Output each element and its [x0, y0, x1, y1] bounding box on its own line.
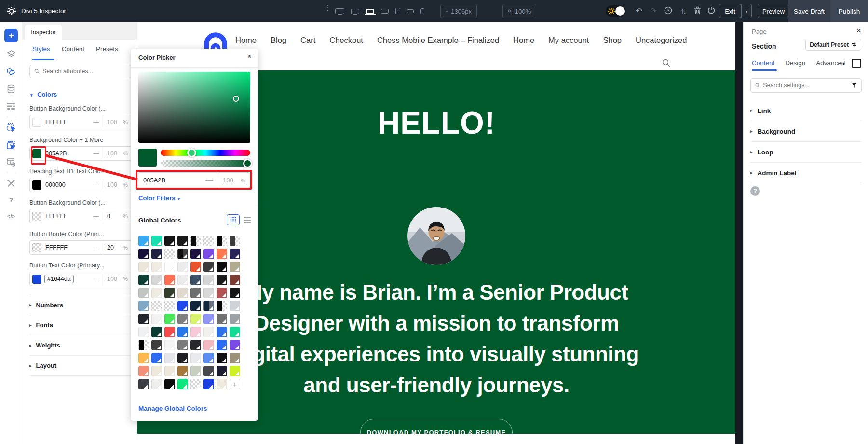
global-color-swatch[interactable]	[177, 379, 188, 389]
settings-help-icon[interactable]: ?	[750, 186, 760, 196]
laptop-device-icon[interactable]	[366, 9, 374, 14]
settings-section-admin-label[interactable]: ▸Admin Label	[750, 163, 862, 183]
accordion-numbers[interactable]: ▸Numbers	[29, 295, 132, 315]
global-color-swatch[interactable]	[177, 262, 188, 272]
color-hex-value[interactable]: FFFFFF	[45, 244, 68, 251]
accordion-layout[interactable]: ▸Layout	[29, 356, 132, 376]
nav-link[interactable]: Blog	[271, 36, 286, 45]
saturation-value-area[interactable]	[138, 72, 250, 143]
color-field-row[interactable]: 000000—100%	[29, 178, 132, 192]
color-swatch[interactable]	[32, 149, 41, 158]
global-color-swatch[interactable]	[190, 288, 201, 298]
global-color-swatch[interactable]	[177, 340, 188, 350]
global-color-swatch[interactable]	[164, 379, 175, 389]
global-color-swatch[interactable]	[203, 275, 214, 285]
expand-panel-icon[interactable]	[852, 59, 861, 68]
global-color-swatch[interactable]	[230, 327, 240, 337]
help-icon[interactable]: ?	[4, 193, 18, 207]
hue-slider[interactable]	[161, 150, 250, 156]
global-color-swatch[interactable]	[190, 262, 201, 272]
global-color-swatch[interactable]	[138, 353, 149, 363]
code-icon[interactable]: </>	[4, 209, 18, 223]
global-color-swatch[interactable]	[190, 314, 201, 324]
opacity-value[interactable]: 20	[107, 244, 114, 251]
nav-link[interactable]: Cart	[300, 36, 315, 45]
builder-mode-toggle[interactable]	[606, 5, 626, 17]
global-color-swatch[interactable]	[217, 366, 227, 376]
color-hex-value[interactable]: FFFFFF	[45, 119, 68, 125]
opacity-slider-thumb[interactable]	[243, 159, 252, 168]
global-color-swatch[interactable]	[151, 275, 162, 285]
global-color-swatch[interactable]	[203, 288, 214, 298]
global-color-swatch[interactable]	[203, 366, 214, 376]
phone-device-icon[interactable]	[420, 8, 424, 14]
nav-link[interactable]: Uncategorized	[636, 36, 687, 45]
global-color-swatch[interactable]	[217, 340, 227, 350]
global-color-swatch[interactable]	[177, 366, 188, 376]
opacity-value[interactable]: 0	[107, 213, 110, 220]
global-color-swatch[interactable]	[217, 262, 227, 272]
settings-close-icon[interactable]: ×	[856, 26, 861, 36]
global-color-swatch[interactable]	[203, 236, 214, 246]
global-color-swatch[interactable]	[164, 275, 175, 285]
global-color-swatch[interactable]	[151, 314, 162, 324]
color-swatch[interactable]	[32, 180, 41, 190]
global-color-swatch[interactable]	[203, 249, 214, 259]
global-color-swatch[interactable]	[138, 275, 149, 285]
global-color-swatch[interactable]	[177, 327, 188, 337]
global-color-swatch[interactable]	[203, 327, 214, 337]
tools-icon[interactable]	[4, 177, 18, 190]
color-swatch[interactable]	[32, 275, 41, 284]
trash-icon[interactable]	[692, 6, 702, 16]
global-color-swatch[interactable]	[230, 262, 240, 272]
global-color-swatch[interactable]	[151, 236, 162, 246]
global-color-swatch[interactable]	[151, 379, 162, 389]
settings-tab-advanced[interactable]: Advanced	[816, 59, 845, 67]
global-color-swatch[interactable]	[138, 249, 149, 259]
global-color-swatch[interactable]	[164, 353, 175, 363]
global-color-swatch[interactable]	[164, 327, 175, 337]
global-color-swatch[interactable]	[151, 288, 162, 298]
global-color-swatch[interactable]	[151, 340, 162, 350]
grid-view-toggle[interactable]	[227, 214, 240, 225]
global-color-swatch[interactable]	[151, 353, 162, 363]
opacity-value[interactable]: 100	[107, 119, 117, 125]
tab-styles[interactable]: Styles	[32, 45, 50, 53]
global-color-swatch[interactable]	[190, 353, 201, 363]
global-color-swatch[interactable]	[203, 353, 214, 363]
global-color-swatch[interactable]	[230, 314, 240, 324]
global-color-swatch[interactable]	[190, 301, 201, 311]
global-color-swatch[interactable]	[203, 379, 214, 389]
add-module-button[interactable]: +	[4, 29, 18, 42]
settings-section-background[interactable]: ▸Background	[750, 121, 862, 142]
layers-icon[interactable]	[4, 47, 18, 61]
global-color-swatch[interactable]	[138, 301, 149, 311]
global-color-swatch[interactable]	[177, 353, 188, 363]
publish-button[interactable]: Publish	[830, 0, 868, 22]
global-color-swatch[interactable]	[164, 340, 175, 350]
global-color-swatch[interactable]	[138, 262, 149, 272]
opacity-value-input[interactable]: 100	[223, 177, 233, 184]
settings-search[interactable]	[750, 78, 862, 93]
opacity-value[interactable]: 100	[107, 276, 117, 282]
opacity-slider[interactable]	[161, 160, 250, 166]
color-field-row[interactable]: FFFFFF—20%	[29, 240, 132, 255]
color-field-row[interactable]: #1644da—100%	[29, 272, 132, 286]
global-color-swatch[interactable]	[230, 301, 240, 311]
global-color-swatch[interactable]	[190, 379, 201, 389]
global-color-swatch[interactable]	[217, 249, 227, 259]
global-color-swatch[interactable]	[217, 288, 227, 298]
global-color-swatch[interactable]	[138, 340, 149, 350]
inspector-window-tab[interactable]: Inspector	[25, 25, 62, 40]
color-hex-value[interactable]: 005A2B	[45, 150, 67, 157]
settings-section-link[interactable]: ▸Link	[750, 100, 862, 121]
design-library-icon[interactable]	[4, 65, 18, 78]
color-field-row[interactable]: 005A2B—100%	[29, 146, 132, 161]
color-swatch[interactable]	[32, 118, 41, 127]
accordion-weights[interactable]: ▸Weights	[29, 335, 132, 356]
redo-icon[interactable]: ↷	[649, 6, 658, 16]
saturation-cursor[interactable]	[233, 96, 239, 102]
wireframe-rows-icon[interactable]	[4, 99, 18, 113]
exit-dropdown-caret[interactable]: ▾	[741, 4, 752, 18]
global-color-swatch[interactable]	[164, 262, 175, 272]
